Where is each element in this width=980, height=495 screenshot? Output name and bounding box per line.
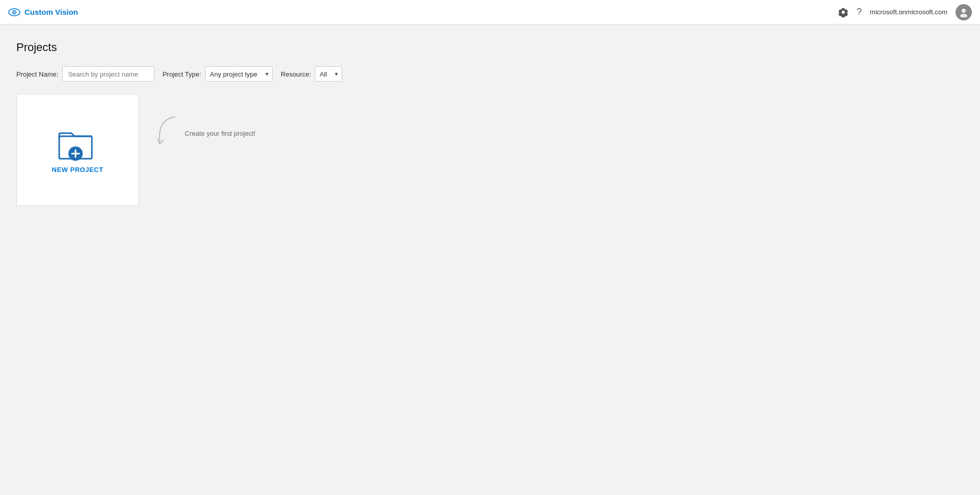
help-icon[interactable]: ? xyxy=(856,7,862,17)
settings-icon[interactable] xyxy=(838,7,848,17)
resource-select-wrapper: All xyxy=(315,66,342,82)
resource-filter: Resource: All xyxy=(281,66,342,82)
create-hint: Create your first project! xyxy=(147,94,256,150)
topnav-right: ? microsoft.onmicrosoft.com xyxy=(838,4,972,20)
user-avatar[interactable] xyxy=(955,4,972,20)
main-content: Projects Project Name: Project Type: Any… xyxy=(0,24,980,206)
account-name: microsoft.onmicrosoft.com xyxy=(870,8,947,16)
project-type-label: Project Type: xyxy=(162,70,201,78)
new-project-card[interactable]: NEW PROJECT xyxy=(16,94,139,206)
svg-point-2 xyxy=(14,11,15,13)
new-project-icon xyxy=(57,127,98,162)
new-project-label: NEW PROJECT xyxy=(52,166,104,174)
page-title: Projects xyxy=(16,41,964,54)
project-name-label: Project Name: xyxy=(16,70,58,78)
logo-icon xyxy=(8,6,20,18)
resource-select[interactable]: All xyxy=(315,66,342,82)
hint-arrow-icon xyxy=(152,114,183,150)
resource-label: Resource: xyxy=(281,70,311,78)
project-type-filter: Project Type: Any project type xyxy=(162,66,273,82)
project-type-select-wrapper: Any project type xyxy=(205,66,273,82)
projects-grid: NEW PROJECT Create your first project! xyxy=(16,94,964,206)
project-type-select[interactable]: Any project type xyxy=(205,66,273,82)
topnav: Custom Vision ? microsoft.onmicrosoft.co… xyxy=(0,0,980,24)
svg-point-3 xyxy=(962,9,966,13)
project-name-filter: Project Name: xyxy=(16,66,154,82)
project-name-input[interactable] xyxy=(62,66,154,82)
hint-text: Create your first project! xyxy=(185,130,256,137)
app-name: Custom Vision xyxy=(24,8,78,16)
filters-row: Project Name: Project Type: Any project … xyxy=(16,66,964,82)
svg-point-4 xyxy=(960,14,967,17)
app-logo[interactable]: Custom Vision xyxy=(8,6,78,18)
